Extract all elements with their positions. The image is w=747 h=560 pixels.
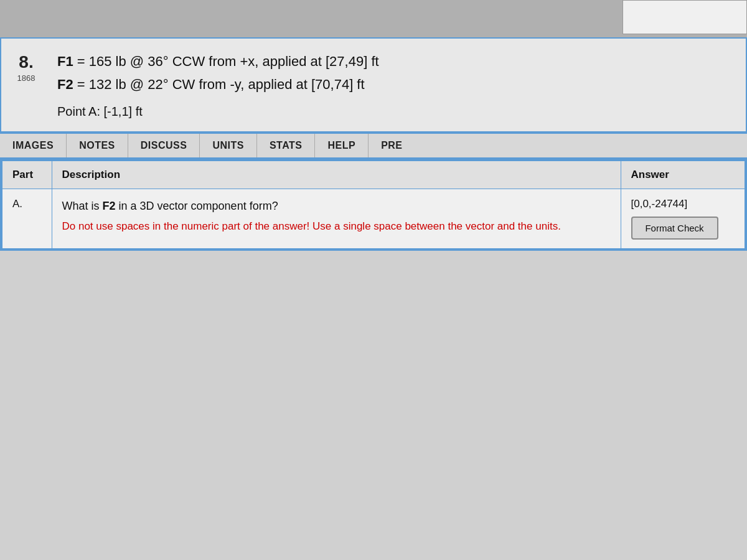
tabs-row: IMAGES NOTES DISCUSS UNITS STATS HELP PR…	[0, 133, 747, 159]
tab-stats[interactable]: STATS	[257, 134, 316, 157]
top-area	[0, 0, 747, 37]
tab-pre[interactable]: PRE	[369, 134, 415, 157]
header-description: Description	[52, 161, 621, 189]
problem-num-col: 8. 1868	[1, 51, 51, 83]
top-white-box	[622, 0, 747, 34]
row-part-a: A.	[2, 189, 52, 250]
row-answer-a: [0,0,-24744] Format Check	[621, 189, 745, 250]
problem-line-2: F2 = 132 lb @ 22° CW from -y, applied at…	[57, 74, 733, 95]
header-part: Part	[2, 161, 52, 189]
point-line: Point A: [-1,1] ft	[57, 105, 733, 119]
answer-value: [0,0,-24744]	[631, 198, 735, 210]
tab-units[interactable]: UNITS	[200, 134, 257, 157]
header-answer: Answer	[621, 161, 745, 189]
answer-table: Part Description Answer A. What is F2 in…	[1, 160, 746, 250]
row-description-a: What is F2 in a 3D vector component form…	[52, 189, 621, 250]
tab-images[interactable]: IMAGES	[0, 134, 67, 157]
tab-help[interactable]: HELP	[315, 134, 369, 157]
problem-content: F1 = 165 lb @ 36° CCW from +x, applied a…	[51, 51, 733, 119]
problem-number: 8.	[19, 52, 33, 72]
table-wrapper: Part Description Answer A. What is F2 in…	[0, 159, 747, 251]
format-check-button[interactable]: Format Check	[631, 217, 718, 240]
description-instruction: Do not use spaces in the numeric part of…	[62, 218, 611, 235]
tab-notes[interactable]: NOTES	[67, 134, 128, 157]
tab-discuss[interactable]: DISCUSS	[128, 134, 200, 157]
table-row: A. What is F2 in a 3D vector component f…	[2, 189, 745, 250]
problem-number-area: 8. 1868 F1 = 165 lb @ 36° CCW from +x, a…	[1, 51, 733, 119]
main-container: 8. 1868 F1 = 165 lb @ 36° CCW from +x, a…	[0, 0, 747, 560]
problem-sub-number: 1868	[17, 73, 35, 83]
description-main: What is F2 in a 3D vector component form…	[62, 198, 611, 215]
problem-header: 8. 1868 F1 = 165 lb @ 36° CCW from +x, a…	[0, 37, 747, 133]
problem-line-1: F1 = 165 lb @ 36° CCW from +x, applied a…	[57, 51, 733, 72]
table-header-row: Part Description Answer	[2, 161, 745, 189]
